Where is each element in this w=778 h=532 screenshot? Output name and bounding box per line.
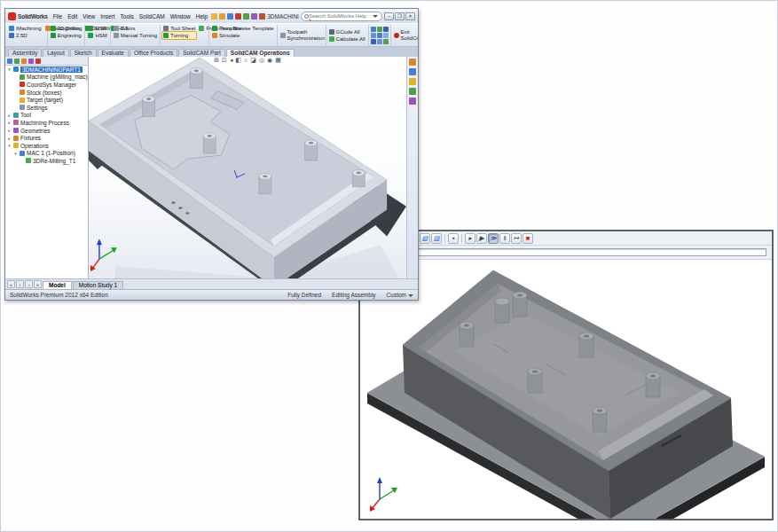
toolpath-sync-button[interactable]: Toolpath Synchronization bbox=[279, 29, 324, 42]
machine-sim-icon[interactable] bbox=[377, 33, 382, 38]
scroll-last-button[interactable]: » bbox=[34, 280, 42, 288]
tree-expander[interactable]: ▾ bbox=[7, 143, 12, 148]
search-input[interactable] bbox=[309, 13, 371, 19]
tree-item-stock[interactable]: Stock (boxes) bbox=[5, 89, 88, 97]
tree-item-machining-process[interactable]: ▸Machining Process bbox=[5, 119, 88, 127]
data-point-icon[interactable]: ● bbox=[448, 233, 459, 244]
tree-item-geometries[interactable]: ▸Geometries bbox=[5, 127, 88, 135]
new-document-icon[interactable] bbox=[211, 13, 217, 20]
gcode-all-button[interactable]: GCode All bbox=[328, 28, 366, 35]
machine-sim-icon[interactable] bbox=[377, 27, 382, 32]
menu-window[interactable]: Window bbox=[169, 13, 193, 20]
tree-item-machine[interactable]: Machine (gMilling_mac) bbox=[5, 74, 88, 82]
simulate-button[interactable]: Simulate bbox=[211, 32, 275, 39]
view-orientation-icon[interactable]: ⌂ bbox=[244, 57, 248, 64]
tab-office-products[interactable]: Office Products bbox=[130, 49, 177, 57]
tab-solidcam-part[interactable]: SolidCAM Part bbox=[178, 49, 225, 57]
machine-sim-icon[interactable] bbox=[371, 33, 376, 38]
zoom-fit-icon[interactable]: ⊞ bbox=[214, 57, 219, 64]
3-axis-button[interactable]: 3-Axis bbox=[113, 25, 158, 32]
display-tab-icon[interactable] bbox=[35, 59, 41, 64]
tab-motion-study[interactable]: Motion Study 1 bbox=[73, 281, 123, 289]
tab-sketch[interactable]: Sketch bbox=[70, 49, 97, 57]
hide-show-icon[interactable]: ◎ bbox=[259, 57, 264, 64]
hsm-button[interactable]: HSM bbox=[87, 32, 107, 39]
menu-edit[interactable]: Edit bbox=[66, 13, 79, 20]
engraving-button[interactable]: Engraving bbox=[50, 32, 83, 39]
tree-expander[interactable]: ▸ bbox=[7, 128, 12, 133]
menu-tools[interactable]: Tools bbox=[119, 13, 136, 20]
property-tab-icon[interactable] bbox=[14, 59, 20, 64]
tree-item-target[interactable]: Target (target) bbox=[5, 96, 88, 104]
undo-icon[interactable] bbox=[243, 13, 249, 20]
search-dropdown-icon[interactable] bbox=[373, 15, 378, 18]
manual-turning-button[interactable]: Manual Turning bbox=[113, 32, 158, 39]
2-5d-button[interactable]: 2.5D bbox=[8, 32, 43, 39]
tree-expander[interactable]: ▾ bbox=[7, 66, 12, 72]
solidworks-resources-icon[interactable] bbox=[409, 59, 416, 66]
dimxpert-tab-icon[interactable] bbox=[28, 59, 34, 64]
machine-sim-icon[interactable] bbox=[383, 33, 389, 38]
simulation-progress-bar[interactable] bbox=[412, 248, 766, 256]
options-icon[interactable] bbox=[259, 13, 265, 20]
configuration-tab-icon[interactable] bbox=[21, 59, 27, 64]
minimize-button[interactable]: − bbox=[384, 12, 394, 20]
maximize-button[interactable]: ❐ bbox=[395, 12, 405, 20]
previous-view-icon[interactable]: ◂ bbox=[230, 57, 233, 64]
feature-tree-tab-icon[interactable] bbox=[7, 59, 12, 64]
help-search-box[interactable] bbox=[301, 12, 382, 21]
save-icon[interactable] bbox=[227, 13, 233, 20]
tree-expander[interactable]: ▸ bbox=[7, 136, 12, 141]
forward-icon[interactable]: ↦ bbox=[511, 233, 522, 244]
open-icon[interactable] bbox=[219, 13, 225, 20]
print-icon[interactable] bbox=[235, 13, 241, 20]
appearances-icon[interactable]: ◉ bbox=[267, 57, 272, 64]
custom-properties-icon[interactable] bbox=[409, 98, 416, 105]
tree-item-milling-op[interactable]: 3DRe-Milling_T1 bbox=[5, 157, 88, 165]
imachining-button[interactable]: iMachining bbox=[8, 25, 43, 32]
appearances-pane-icon[interactable] bbox=[409, 88, 416, 95]
zoom-area-icon[interactable]: ⊡ bbox=[222, 57, 227, 64]
machine-sim-icon[interactable] bbox=[383, 39, 389, 44]
menu-file[interactable]: File bbox=[51, 13, 64, 20]
step-back-icon[interactable]: ▸ bbox=[465, 233, 475, 244]
menu-view[interactable]: View bbox=[81, 13, 97, 20]
show-machine-icon[interactable]: ▨ bbox=[431, 233, 442, 244]
from-browse-template-button[interactable]: From Browse Template bbox=[211, 25, 275, 32]
tab-layout[interactable]: Layout bbox=[43, 49, 69, 57]
close-button[interactable]: ✕ bbox=[405, 12, 415, 20]
exit-solidcam-button[interactable]: Exit SolidCAM bbox=[393, 29, 418, 42]
scroll-first-button[interactable]: « bbox=[7, 280, 15, 288]
scroll-prev-button[interactable]: ‹ bbox=[16, 280, 24, 288]
section-view-icon[interactable]: ◧ bbox=[235, 57, 241, 64]
tab-evaluate[interactable]: Evaluate bbox=[98, 49, 129, 57]
menu-insert[interactable]: Insert bbox=[98, 13, 116, 20]
machine-sim-icon[interactable] bbox=[383, 27, 389, 32]
stop-icon[interactable]: ■ bbox=[523, 233, 533, 244]
menu-solidcam[interactable]: SolidCAM bbox=[138, 13, 167, 20]
tree-expander[interactable]: ▾ bbox=[13, 151, 18, 156]
display-style-icon[interactable]: ◪ bbox=[250, 57, 256, 64]
machine-sim-icon[interactable] bbox=[377, 39, 382, 44]
tab-model[interactable]: Model bbox=[43, 281, 72, 289]
tool-sheet-button[interactable]: Tool Sheet bbox=[162, 25, 196, 32]
menu-help[interactable]: Help bbox=[194, 13, 209, 20]
turbo-icon[interactable]: ≫ bbox=[488, 233, 499, 244]
tree-expander[interactable]: ▸ bbox=[7, 120, 12, 125]
tab-assembly[interactable]: Assembly bbox=[8, 49, 42, 57]
simulation-viewport[interactable] bbox=[360, 260, 772, 519]
units-selector[interactable]: Custom bbox=[387, 292, 413, 298]
design-library-icon[interactable] bbox=[409, 68, 416, 75]
calculate-all-button[interactable]: Calculate All bbox=[328, 35, 366, 43]
tree-item-settings[interactable]: Settings bbox=[5, 104, 88, 112]
tree-item-operations[interactable]: ▾Operations bbox=[5, 142, 88, 150]
show-holder-icon[interactable]: ▧ bbox=[420, 233, 430, 244]
machine-sim-icon[interactable] bbox=[371, 39, 376, 44]
tree-item-mac1[interactable]: ▾MAC 1 (1-Position) bbox=[5, 150, 88, 158]
tree-item-cam-part[interactable]: ▾3DMACHININGPART1 bbox=[5, 66, 88, 74]
machine-sim-icon[interactable] bbox=[371, 27, 376, 32]
tree-expander[interactable]: ▸ bbox=[7, 113, 12, 118]
turning-button[interactable]: Turning bbox=[162, 32, 196, 39]
file-explorer-icon[interactable] bbox=[409, 78, 416, 85]
rebuild-icon[interactable] bbox=[251, 13, 257, 20]
